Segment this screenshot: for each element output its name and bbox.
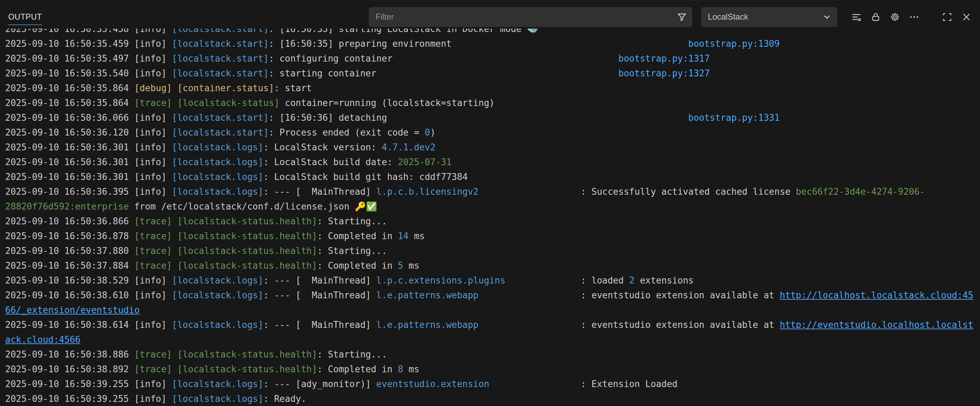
- log-text: [localstack.logs]: [172, 157, 263, 167]
- funnel-icon[interactable]: [677, 12, 687, 22]
- log-text: : Completed in: [317, 364, 398, 374]
- log-text: 2025-09-10 16:50:36.120 [info]: [5, 127, 172, 137]
- log-text: 🔑✅: [355, 201, 377, 212]
- output-channel-select[interactable]: LocalStack: [701, 7, 837, 27]
- tab-output-label: OUTPUT: [8, 13, 42, 21]
- log-text: [localstack.logs]: [172, 379, 263, 389]
- log-text: [trace] [localstack-status.health]: [134, 364, 317, 374]
- log-text: : Ready.: [263, 393, 306, 404]
- log-text: [trace] [localstack-status.health]: [134, 349, 317, 360]
- log-text: : [16:50:35] starting LocalStack in Dock…: [269, 29, 527, 34]
- log-text: [trace] [localstack-status.health]: [134, 231, 317, 241]
- log-text: : --- [ MainThread]: [263, 275, 376, 286]
- log-text: 2025-09-10 16:50:35.497 [info]: [5, 53, 172, 64]
- log-text: [localstack.logs]: [172, 320, 263, 330]
- log-text: [trace] [localstack-status.health]: [134, 261, 317, 271]
- log-text: : --- [ MainThread]: [263, 320, 376, 330]
- log-text: : --- [ MainThread]: [263, 187, 376, 197]
- log-text: [localstack.logs]: [172, 275, 263, 286]
- log-text: : Completed in: [317, 261, 398, 271]
- log-text: [localstack.start]: [172, 53, 269, 64]
- log-padding: [479, 187, 581, 197]
- source-link[interactable]: bootstrap.py:1309: [688, 38, 780, 49]
- log-padding: [392, 53, 618, 64]
- source-link[interactable]: bootstrap.py:1327: [619, 68, 710, 78]
- log-text: 2025-09-10 16:50:35.864: [5, 98, 134, 108]
- log-line: 2025-09-10 16:50:35.864 [trace] [localst…: [5, 96, 975, 110]
- log-text: : configuring container: [269, 53, 392, 64]
- log-text: 2025-07-31: [398, 157, 452, 167]
- log-text: l.e.patterns.webapp: [376, 320, 478, 330]
- log-text: [localstack.logs]: [172, 187, 263, 197]
- log-text: : LocalStack build date:: [263, 157, 398, 167]
- log-line: 2025-09-10 16:50:36.866 [trace] [localst…: [5, 214, 975, 229]
- log-line: 2025-09-10 16:50:37.884 [trace] [localst…: [5, 258, 975, 273]
- log-text: 2: [629, 275, 635, 286]
- log-line: 2025-09-10 16:50:35.458 [info] [localsta…: [5, 29, 975, 37]
- log-padding: [376, 68, 618, 78]
- log-text: [trace] [localstack-status.health]: [134, 246, 317, 256]
- filter-input[interactable]: [371, 12, 677, 22]
- tab-output[interactable]: OUTPUT: [8, 13, 42, 25]
- log-line: 2025-09-10 16:50:38.610 [info] [localsta…: [5, 288, 975, 318]
- log-text: [localstack.logs]: [172, 393, 263, 404]
- log-text: 2025-09-10 16:50:37.884: [5, 261, 134, 271]
- log-text: [localstack.logs]: [172, 172, 263, 182]
- log-text: 2025-09-10 16:50:35.540 [info]: [5, 68, 172, 78]
- log-text: : Starting...: [317, 216, 387, 226]
- log-text: 2025-09-10 16:50:39.255 [info]: [5, 393, 172, 404]
- source-link[interactable]: bootstrap.py:1317: [619, 53, 710, 64]
- log-text: container=running (localstack=starting): [279, 98, 495, 108]
- log-line: 2025-09-10 16:50:37.880 [trace] [localst…: [5, 244, 975, 258]
- screen-full-icon: [942, 12, 952, 22]
- log-line: 2025-09-10 16:50:39.255 [info] [localsta…: [5, 377, 975, 392]
- output-panel: OUTPUT LocalStack: [0, 0, 980, 406]
- log-text: ms: [409, 231, 425, 241]
- log-line: 2025-09-10 16:50:38.614 [info] [localsta…: [5, 318, 975, 347]
- log-text: 2025-09-10 16:50:36.066 [info]: [5, 112, 172, 123]
- log-text: 2025-09-10 16:50:36.395 [info]: [5, 187, 172, 197]
- filter-box: [369, 7, 692, 27]
- output-channel-label: LocalStack: [708, 12, 822, 22]
- log-text: : eventstudio extension available at: [581, 290, 780, 301]
- log-line: 2025-09-10 16:50:38.529 [info] [localsta…: [5, 273, 975, 288]
- log-padding: [452, 38, 688, 49]
- log-text: : [16:50:35] preparing environment: [269, 38, 452, 49]
- log-text: l.e.patterns.webapp: [376, 290, 478, 301]
- log-text: [localstack.start]: [172, 68, 269, 78]
- log-text: 2025-09-10 16:50:36.301 [info]: [5, 172, 172, 182]
- log-line: 2025-09-10 16:50:35.459 [info] [localsta…: [5, 37, 975, 51]
- log-line: 2025-09-10 16:50:35.864 [debug] [contain…: [5, 81, 975, 96]
- maximize-panel-button[interactable]: [939, 9, 955, 24]
- clear-output-button[interactable]: [849, 9, 864, 24]
- log-line: 2025-09-10 16:50:36.120 [info] [localsta…: [5, 125, 975, 140]
- settings-button[interactable]: [887, 9, 902, 24]
- log-line: 2025-09-10 16:50:35.540 [info] [localsta…: [5, 66, 975, 81]
- log-text: [localstack.logs]: [172, 142, 263, 152]
- output-panel-toolbar: OUTPUT LocalStack: [0, 0, 980, 29]
- more-actions-button[interactable]: [907, 9, 921, 24]
- lock-autoscroll-button[interactable]: [868, 9, 883, 24]
- log-text: 2025-09-10 16:50:36.301 [info]: [5, 142, 172, 152]
- log-text: : eventstudio extension available at: [581, 320, 780, 330]
- chevron-down-icon: [822, 12, 832, 22]
- close-panel-button[interactable]: [959, 9, 974, 24]
- source-link[interactable]: bootstrap.py:1331: [688, 112, 780, 123]
- log-text: ): [430, 127, 436, 137]
- log-text: ms: [403, 364, 419, 374]
- log-text: 0: [425, 127, 430, 137]
- log-padding: [479, 320, 581, 330]
- log-text: 8: [398, 364, 403, 374]
- log-text: ms: [403, 261, 419, 271]
- log-text: : loaded: [581, 275, 629, 286]
- log-line: 2025-09-10 16:50:35.497 [info] [localsta…: [5, 51, 975, 66]
- gear-icon: [890, 12, 900, 22]
- log-text: 2025-09-10 16:50:38.529 [info]: [5, 275, 172, 286]
- log-text: 2025-09-10 16:50:38.886: [5, 349, 134, 360]
- log-text: 2025-09-10 16:50:35.459 [info]: [5, 38, 172, 49]
- log-text: 14: [398, 231, 409, 241]
- log-line: 2025-09-10 16:50:38.892 [trace] [localst…: [5, 362, 975, 377]
- log-text: : [16:50:36] detaching: [269, 112, 387, 123]
- log-text: : Extension Loaded: [581, 379, 678, 389]
- log-line: 2025-09-10 16:50:36.301 [info] [localsta…: [5, 169, 975, 184]
